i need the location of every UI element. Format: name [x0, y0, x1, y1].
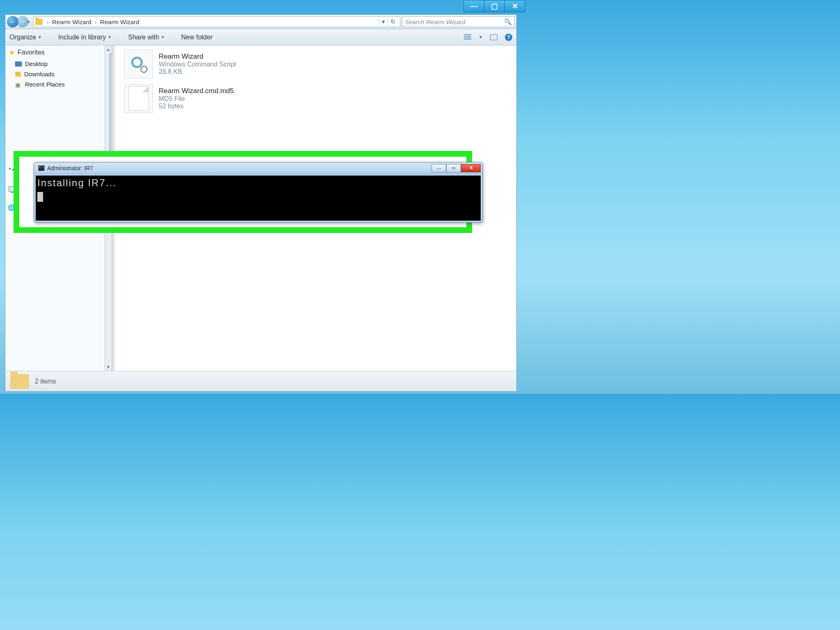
file-name: Rearm Wizard.cmd.md5: [159, 87, 234, 95]
breadcrumb-item[interactable]: Rearm Wizard: [50, 18, 93, 25]
search-icon: 🔍: [504, 18, 512, 25]
window-caption-buttons: — ▢ ✕: [463, 0, 525, 12]
new-folder-button[interactable]: New folder: [181, 34, 212, 41]
file-name: Rearm Wizard: [159, 52, 236, 61]
change-view-button[interactable]: [464, 34, 471, 40]
address-bar: ← → ▼ › Rearm Wizard › Rearm Wizard ▾ ↻ …: [5, 15, 516, 29]
sidebar-item-desktop[interactable]: Desktop: [8, 59, 110, 69]
nav-buttons: ← → ▼: [7, 16, 32, 27]
item-count: 2 items: [35, 378, 56, 385]
cmd-titlebar[interactable]: Administrator: IR7 — ▭ ✕: [34, 162, 482, 174]
maximize-button[interactable]: ▢: [484, 0, 504, 12]
breadcrumb-item[interactable]: Rearm Wizard: [98, 18, 141, 25]
file-icon: [128, 86, 149, 111]
cmd-minimize-button[interactable]: —: [431, 164, 446, 172]
list-item[interactable]: Rearm Wizard Windows Command Script 28.8…: [124, 50, 512, 78]
status-bar: 2 items: [5, 371, 516, 391]
folder-icon: [10, 374, 29, 389]
file-type: Windows Command Script: [159, 61, 236, 68]
cmd-maximize-button[interactable]: ▭: [446, 164, 461, 172]
downloads-icon: [15, 72, 21, 77]
breadcrumb[interactable]: › Rearm Wizard › Rearm Wizard ▾ ↻: [33, 16, 400, 27]
list-item[interactable]: Rearm Wizard.cmd.md5 MD5 File 52 bytes: [124, 84, 512, 113]
close-button[interactable]: ✕: [504, 0, 525, 12]
forward-button[interactable]: →: [17, 16, 28, 27]
file-type: MD5 File: [159, 95, 234, 103]
toolbar: Organize▼ Include in library▼ Share with…: [5, 29, 516, 46]
command-script-icon: [130, 55, 148, 73]
favorites-header[interactable]: ★Favorites: [8, 46, 110, 59]
scroll-down-arrow[interactable]: ▼: [105, 363, 112, 371]
cmd-output: Installing IR7...: [36, 176, 481, 221]
folder-icon: [35, 19, 43, 25]
cmd-cursor: [37, 192, 43, 202]
preview-pane-button[interactable]: [490, 34, 498, 40]
refresh-button[interactable]: ↻: [388, 18, 398, 25]
include-library-menu[interactable]: Include in library▼: [58, 34, 112, 41]
share-with-menu[interactable]: Share with▼: [128, 34, 165, 41]
minimize-button[interactable]: —: [463, 0, 484, 12]
desktop-icon: [15, 62, 22, 66]
recent-icon: ▣: [15, 82, 22, 87]
organize-menu[interactable]: Organize▼: [9, 34, 42, 41]
path-dropdown[interactable]: ▾: [379, 18, 388, 25]
scroll-up-arrow[interactable]: ▲: [105, 46, 112, 53]
cmd-line: Installing IR7...: [37, 176, 479, 189]
file-size: 52 bytes: [159, 103, 234, 110]
sidebar-item-downloads[interactable]: Downloads: [8, 69, 110, 79]
file-size: 28.8 KB: [159, 68, 236, 75]
sidebar-item-recent[interactable]: ▣Recent Places: [8, 79, 110, 89]
command-prompt-window: Administrator: IR7 — ▭ ✕ Installing IR7.…: [34, 162, 483, 223]
cmd-title: Administrator: IR7: [47, 165, 93, 171]
breadcrumb-sep: ›: [45, 18, 50, 25]
star-icon: ★: [9, 48, 15, 57]
view-dropdown[interactable]: ▼: [479, 35, 483, 39]
cmd-icon: [38, 165, 45, 171]
help-button[interactable]: ?: [505, 34, 512, 41]
search-input[interactable]: Search Rearm Wizard 🔍: [402, 16, 515, 27]
search-placeholder: Search Rearm Wizard: [405, 18, 465, 25]
cmd-close-button[interactable]: ✕: [461, 164, 481, 172]
breadcrumb-sep: ›: [93, 18, 98, 25]
